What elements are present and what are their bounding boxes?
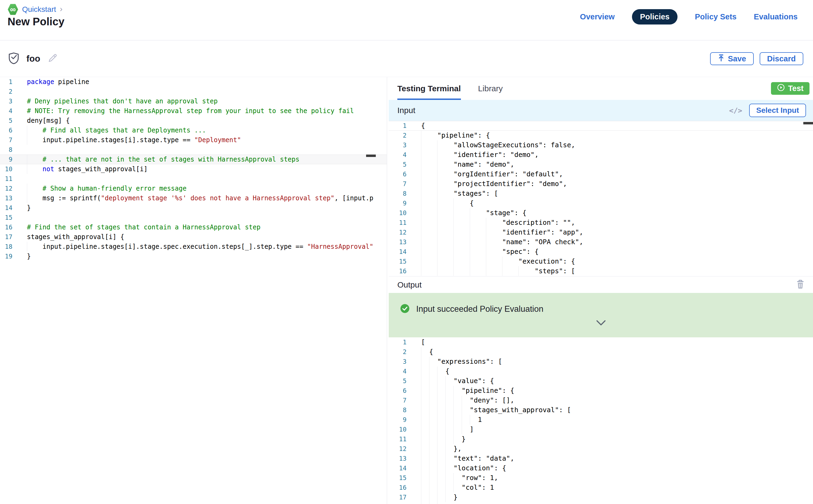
- code-line[interactable]: 1[: [389, 337, 813, 347]
- policy-code-editor[interactable]: 1package pipeline23# Deny pipelines that…: [0, 77, 387, 504]
- code-line[interactable]: 8: [0, 145, 387, 155]
- code-line[interactable]: 13msg := sprintf("deployment stage '%s' …: [0, 193, 387, 203]
- code-line-text: "row": 1,: [421, 473, 498, 483]
- test-button[interactable]: Test: [771, 82, 809, 95]
- edit-pencil-icon[interactable]: [47, 53, 58, 65]
- line-number: 8: [389, 189, 406, 198]
- output-json-editor[interactable]: 1[2{3"expressions": [4{5"value": {6"pipe…: [389, 337, 813, 504]
- code-line[interactable]: 5deny[msg] {: [0, 116, 387, 125]
- code-line[interactable]: 18}: [389, 502, 813, 504]
- play-icon: [777, 83, 785, 93]
- code-line-text: stages_with_approval[i] {: [27, 232, 124, 242]
- code-line[interactable]: 12"identifier": "app",: [389, 227, 813, 237]
- line-number: 19: [0, 251, 12, 261]
- code-line[interactable]: 8"stages": [: [389, 189, 813, 198]
- tab-library[interactable]: Library: [478, 77, 503, 100]
- line-number: 8: [389, 405, 406, 415]
- code-line[interactable]: 1{: [389, 121, 813, 131]
- code-line[interactable]: 14"location": {: [389, 463, 813, 473]
- code-line[interactable]: 15"execution": {: [389, 257, 813, 266]
- indent-guide: [27, 164, 43, 174]
- input-json-editor[interactable]: 1{2"pipeline": {3"allowStageExecutions":…: [389, 121, 813, 276]
- line-number: 2: [389, 347, 406, 357]
- code-line[interactable]: 10]: [389, 425, 813, 434]
- code-line[interactable]: 11}: [389, 434, 813, 444]
- trash-icon[interactable]: [796, 279, 805, 291]
- code-line[interactable]: 2{: [389, 347, 813, 357]
- code-line-text: "name": "demo",: [421, 160, 514, 169]
- code-line[interactable]: 17}: [389, 492, 813, 502]
- breadcrumb: ∞ Quickstart ›: [8, 4, 62, 15]
- code-line[interactable]: 15: [0, 213, 387, 222]
- indent-guide: [421, 160, 454, 169]
- code-line[interactable]: 16"col": 1: [389, 483, 813, 492]
- nav-tab-overview[interactable]: Overview: [580, 12, 615, 21]
- line-number: 18: [389, 502, 406, 504]
- nav-tab-evaluations[interactable]: Evaluations: [754, 12, 798, 21]
- chevron-down-icon[interactable]: [596, 320, 606, 327]
- code-line-text: }: [27, 203, 31, 213]
- select-input-button[interactable]: Select Input: [749, 104, 806, 117]
- code-line[interactable]: 14"spec": {: [389, 247, 813, 257]
- code-line[interactable]: 16# Find the set of stages that contain …: [0, 222, 387, 232]
- code-line[interactable]: 13"name": "OPA check",: [389, 237, 813, 247]
- code-line[interactable]: 6"orgIdentifier": "default",: [389, 169, 813, 179]
- nav-tab-policy-sets[interactable]: Policy Sets: [695, 12, 737, 21]
- code-line[interactable]: 7"projectIdentifier": "demo",: [389, 179, 813, 189]
- nav-tab-policies[interactable]: Policies: [632, 9, 678, 25]
- output-section-header: Output: [389, 276, 813, 293]
- code-line[interactable]: 10not stages_with_approval[i]: [0, 164, 387, 174]
- save-button[interactable]: Save: [710, 52, 754, 65]
- code-line[interactable]: 1package pipeline: [0, 77, 387, 87]
- code-line[interactable]: 7"deny": [],: [389, 395, 813, 405]
- breadcrumb-project-link[interactable]: Quickstart: [22, 5, 56, 14]
- code-line[interactable]: 18input.pipeline.stages[i].stage.spec.ex…: [0, 242, 387, 251]
- code-line[interactable]: 4# NOTE: Try removing the HarnessApprova…: [0, 106, 387, 116]
- code-line[interactable]: 3# Deny pipelines that don't have an app…: [0, 96, 387, 106]
- code-line[interactable]: 3"allowStageExecutions": false,: [389, 140, 813, 150]
- line-number: 2: [0, 87, 12, 96]
- line-number: 9: [389, 198, 406, 208]
- code-line[interactable]: 2: [0, 87, 387, 96]
- code-line[interactable]: 16"steps": [: [389, 266, 813, 276]
- code-line[interactable]: 15"row": 1,: [389, 473, 813, 483]
- code-line[interactable]: 7input.pipeline.stages[i].stage.type == …: [0, 135, 387, 145]
- code-line[interactable]: 6"pipeline": {: [389, 386, 813, 395]
- code-line[interactable]: 6# Find all stages that are Deployments …: [0, 125, 387, 135]
- code-icon[interactable]: </>: [729, 106, 742, 115]
- code-line[interactable]: 4"identifier": "demo",: [389, 150, 813, 160]
- tab-testing-terminal[interactable]: Testing Terminal: [397, 77, 461, 100]
- code-line[interactable]: 9{: [389, 198, 813, 208]
- shield-check-icon: [8, 52, 19, 65]
- indent-guide: [27, 155, 43, 164]
- code-line[interactable]: 91: [389, 415, 813, 425]
- code-line[interactable]: 11"description": "",: [389, 218, 813, 227]
- terminal-tabs: Testing Terminal Library Test: [389, 77, 813, 100]
- code-line[interactable]: 12# Show a human-friendly error message: [0, 184, 387, 193]
- indent-guide: [421, 247, 502, 257]
- code-line[interactable]: 8"stages_with_approval": [: [389, 405, 813, 415]
- code-line[interactable]: 10"stage": {: [389, 208, 813, 218]
- code-line[interactable]: 4{: [389, 366, 813, 376]
- code-line[interactable]: 17stages_with_approval[i] {: [0, 232, 387, 242]
- code-line[interactable]: 19}: [0, 251, 387, 261]
- code-line-text: 1: [421, 415, 482, 425]
- discard-button[interactable]: Discard: [760, 52, 803, 65]
- code-line[interactable]: 2"pipeline": {: [389, 131, 813, 140]
- code-line[interactable]: 11: [0, 174, 387, 184]
- code-line[interactable]: 3"expressions": [: [389, 357, 813, 366]
- code-line[interactable]: 13"text": "data",: [389, 454, 813, 463]
- line-number: 7: [389, 179, 406, 189]
- code-line[interactable]: 9# ... that are not in the set of stages…: [0, 155, 387, 164]
- indent-guide: [421, 237, 502, 247]
- code-line[interactable]: 5"name": "demo",: [389, 160, 813, 169]
- indent-guide: [421, 189, 454, 198]
- code-line[interactable]: 14}: [0, 203, 387, 213]
- code-line-text: }: [421, 434, 466, 444]
- code-line[interactable]: 5"value": {: [389, 376, 813, 386]
- line-number: 3: [0, 96, 12, 106]
- code-line-text: {: [421, 121, 425, 131]
- code-line[interactable]: 12},: [389, 444, 813, 454]
- line-number: 8: [0, 145, 12, 155]
- save-button-label: Save: [728, 54, 746, 63]
